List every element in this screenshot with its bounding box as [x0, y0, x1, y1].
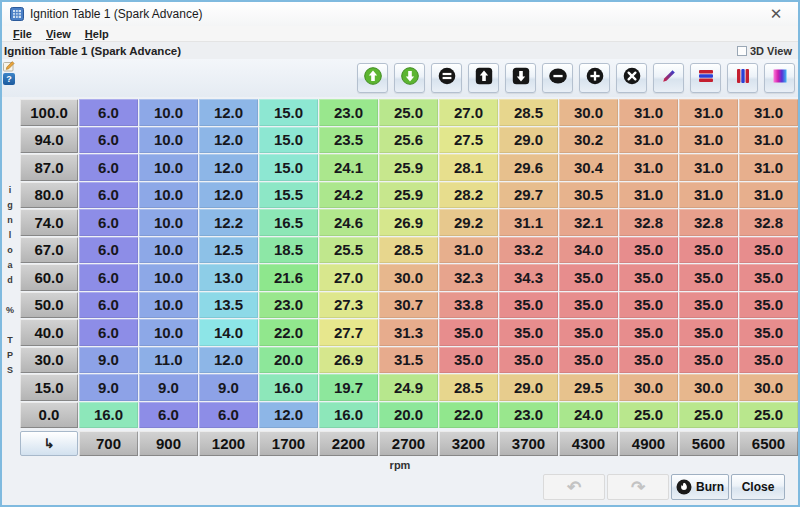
y-axis-cell[interactable]: 50.0 [20, 292, 78, 319]
table-cell[interactable]: 30.2 [559, 127, 618, 154]
table-cell[interactable]: 30.0 [379, 264, 438, 291]
table-cell[interactable]: 35.0 [739, 264, 798, 291]
table-cell[interactable]: 30.0 [739, 374, 798, 401]
table-cell[interactable]: 29.0 [499, 374, 558, 401]
table-cell[interactable]: 12.0 [199, 127, 258, 154]
table-cell[interactable]: 31.0 [739, 182, 798, 209]
decrement-button[interactable] [542, 63, 573, 93]
multiply-button[interactable] [616, 63, 647, 93]
table-cell[interactable]: 20.0 [259, 347, 318, 374]
table-cell[interactable]: 10.0 [139, 319, 198, 346]
y-axis-cell[interactable]: 80.0 [20, 182, 78, 209]
table-cell[interactable]: 31.0 [679, 99, 738, 126]
table-cell[interactable]: 16.5 [259, 209, 318, 236]
table-cell[interactable]: 10.0 [139, 237, 198, 264]
table-cell[interactable]: 31.0 [619, 182, 678, 209]
table-cell[interactable]: 23.0 [319, 99, 378, 126]
table-cell[interactable]: 12.0 [199, 347, 258, 374]
table-cell[interactable]: 33.8 [439, 292, 498, 319]
axis-swap-button[interactable]: ↳ [20, 431, 78, 456]
table-cell[interactable]: 20.0 [379, 402, 438, 429]
table-cell[interactable]: 12.0 [259, 402, 318, 429]
table-cell[interactable]: 28.1 [439, 154, 498, 181]
table-cell[interactable]: 35.0 [499, 319, 558, 346]
table-cell[interactable]: 28.5 [499, 99, 558, 126]
shift-down-button[interactable] [505, 63, 536, 93]
table-cell[interactable]: 35.0 [439, 347, 498, 374]
table-cell[interactable]: 35.0 [559, 347, 618, 374]
table-cell[interactable]: 35.0 [619, 319, 678, 346]
table-cell[interactable]: 31.0 [619, 154, 678, 181]
table-cell[interactable]: 22.0 [439, 402, 498, 429]
help-icon[interactable]: ? [3, 73, 15, 85]
table-cell[interactable]: 35.0 [619, 292, 678, 319]
table-cell[interactable]: 9.0 [79, 374, 138, 401]
table-cell[interactable]: 31.5 [379, 347, 438, 374]
table-cell[interactable]: 6.0 [79, 319, 138, 346]
table-cell[interactable]: 31.0 [679, 127, 738, 154]
edit-pencil-icon[interactable] [3, 59, 16, 72]
scale-up-button[interactable] [357, 63, 388, 93]
table-cell[interactable]: 28.5 [379, 237, 438, 264]
table-cell[interactable]: 15.0 [259, 127, 318, 154]
y-axis-cell[interactable]: 60.0 [20, 264, 78, 291]
table-cell[interactable]: 10.0 [139, 182, 198, 209]
y-axis-cell[interactable]: 74.0 [20, 209, 78, 236]
table-cell[interactable]: 10.0 [139, 127, 198, 154]
table-cell[interactable]: 31.0 [679, 182, 738, 209]
table-cell[interactable]: 28.2 [439, 182, 498, 209]
table-cell[interactable]: 31.0 [739, 154, 798, 181]
table-cell[interactable]: 27.7 [319, 319, 378, 346]
table-cell[interactable]: 23.5 [319, 127, 378, 154]
table-cell[interactable]: 6.0 [79, 154, 138, 181]
table-cell[interactable]: 26.9 [379, 209, 438, 236]
table-cell[interactable]: 30.7 [379, 292, 438, 319]
3d-view-toggle[interactable]: 3D View [737, 45, 796, 57]
y-axis-cell[interactable]: 15.0 [20, 374, 78, 401]
table-cell[interactable]: 35.0 [619, 264, 678, 291]
table-cell[interactable]: 15.5 [259, 182, 318, 209]
table-cell[interactable]: 22.0 [259, 319, 318, 346]
table-cell[interactable]: 6.0 [139, 402, 198, 429]
table-cell[interactable]: 19.7 [319, 374, 378, 401]
y-axis-cell[interactable]: 87.0 [20, 154, 78, 181]
table-cell[interactable]: 28.5 [439, 374, 498, 401]
table-cell[interactable]: 12.2 [199, 209, 258, 236]
table-cell[interactable]: 29.7 [499, 182, 558, 209]
table-cell[interactable]: 31.0 [739, 99, 798, 126]
y-axis-cell[interactable]: 94.0 [20, 127, 78, 154]
table-cell[interactable]: 6.0 [79, 292, 138, 319]
table-cell[interactable]: 35.0 [679, 237, 738, 264]
table-cell[interactable]: 32.8 [679, 209, 738, 236]
table-cell[interactable]: 15.0 [259, 99, 318, 126]
table-cell[interactable]: 24.9 [379, 374, 438, 401]
table-cell[interactable]: 25.0 [739, 402, 798, 429]
table-cell[interactable]: 31.0 [739, 127, 798, 154]
table-cell[interactable]: 27.0 [439, 99, 498, 126]
table-cell[interactable]: 31.0 [679, 154, 738, 181]
table-cell[interactable]: 29.0 [499, 127, 558, 154]
table-cell[interactable]: 31.0 [619, 99, 678, 126]
table-cell[interactable]: 10.0 [139, 264, 198, 291]
table-cell[interactable]: 13.5 [199, 292, 258, 319]
table-cell[interactable]: 35.0 [679, 319, 738, 346]
table-cell[interactable]: 9.0 [199, 374, 258, 401]
table-cell[interactable]: 33.2 [499, 237, 558, 264]
table-cell[interactable]: 21.6 [259, 264, 318, 291]
table-cell[interactable]: 25.6 [379, 127, 438, 154]
interpolate-vertical-button[interactable] [727, 63, 758, 93]
table-cell[interactable]: 23.0 [259, 292, 318, 319]
table-cell[interactable]: 35.0 [559, 319, 618, 346]
table-cell[interactable]: 35.0 [499, 347, 558, 374]
table-cell[interactable]: 35.0 [619, 347, 678, 374]
table-cell[interactable]: 35.0 [499, 292, 558, 319]
table-cell[interactable]: 14.0 [199, 319, 258, 346]
set-equal-button[interactable] [431, 63, 462, 93]
table-cell[interactable]: 23.0 [499, 402, 558, 429]
shift-up-button[interactable] [468, 63, 499, 93]
table-cell[interactable]: 35.0 [739, 292, 798, 319]
scale-down-button[interactable] [394, 63, 425, 93]
table-cell[interactable]: 24.1 [319, 154, 378, 181]
table-cell[interactable]: 11.0 [139, 347, 198, 374]
y-axis-cell[interactable]: 40.0 [20, 319, 78, 346]
